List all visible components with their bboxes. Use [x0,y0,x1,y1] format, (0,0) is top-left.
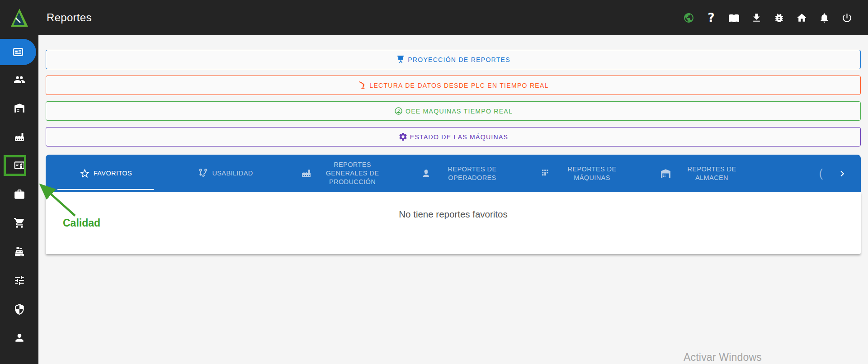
sidebar-item-production[interactable] [0,123,38,151]
person-icon [14,332,25,344]
warehouse-icon [660,168,671,179]
tab-label: REPORTES DE OPERADORES [435,165,509,182]
banner-lectura-plc[interactable]: LECTURA DE DATOS DESDE PLC EN TIEMPO REA… [46,76,861,95]
sidebar-item-settings[interactable] [0,266,38,295]
active-tab-indicator [57,189,154,190]
app-window: Reportes ? [0,0,868,364]
download-icon[interactable] [750,12,762,24]
users-group-icon [14,74,25,85]
annotation-highlight-box [4,155,26,176]
projector-screen-icon [396,55,406,64]
bug-report-icon[interactable] [773,12,785,24]
banner-label: PROYECCIÓN DE REPORTES [408,56,510,63]
language-globe-icon[interactable] [683,12,694,24]
banner-estado-maquinas[interactable]: ESTADO DE LAS MÁQUINAS [46,127,861,147]
sidebar-item-warehouse[interactable] [0,94,38,123]
documentation-book-icon[interactable] [728,12,740,24]
sidebar-item-profile[interactable] [0,324,38,353]
tab-reportes-maquinas[interactable]: REPORTES DE MÁQUINAS [525,155,645,192]
shopping-cart-icon [14,217,25,229]
tab-label: REPORTES DE ALMACEN [675,165,749,182]
factory-icon [301,168,312,179]
banner-label: LECTURA DE DATOS DESDE PLC EN TIEMPO REA… [369,82,548,89]
tab-label: REPORTES DE MÁQUINAS [555,165,629,182]
tab-reportes-operadores[interactable]: REPORTES DE OPERADORES [405,155,525,192]
cash-register-icon [14,246,25,258]
factory-icon [14,131,25,143]
tab-label: USABILIDAD [212,169,253,178]
operator-helmet-icon [420,168,432,179]
robot-arm-icon [358,80,367,90]
tune-sliders-icon [14,274,25,286]
empty-favorites-message: No tiene reportes favoritos [46,192,861,220]
usability-flow-icon [198,168,209,179]
sidebar-item-sales[interactable] [0,237,38,266]
tab-label: REPORTES GENERALES DE PRODUCCIÓN [315,161,390,186]
home-icon[interactable] [796,12,807,24]
banner-oee-maquinas[interactable]: OEE MAQUINAS TIEMPO REAL [46,101,861,121]
sidebar-item-reports-active[interactable] [0,39,36,65]
security-shield-icon [14,303,25,315]
tab-reportes-generales-produccion[interactable]: REPORTES GENERALES DE PRODUCCIÓN [285,155,405,192]
app-logo[interactable] [0,8,38,28]
logo-triangle-icon [10,8,29,28]
sidebar-nav [0,35,38,364]
banner-label: ESTADO DE LAS MÁQUINAS [410,133,508,141]
warehouse-icon [14,102,25,114]
machines-grid-icon [540,168,552,179]
main-content: PROYECCIÓN DE REPORTES LECTURA DE DATOS … [38,35,868,364]
sidebar-item-tools[interactable] [0,180,38,209]
tab-usabilidad[interactable]: USABILIDAD [165,155,285,192]
tabs-strip: FAVORITOS USABILIDAD [46,155,764,192]
scroll-left-glyph[interactable]: ( [819,168,823,179]
star-icon [79,168,90,179]
gear-icon [398,132,408,142]
sidebar-item-purchases[interactable] [0,209,38,238]
tab-reportes-almacen[interactable]: REPORTES DE ALMACEN [645,155,764,192]
notifications-bell-icon[interactable] [818,12,830,24]
sidebar-item-security[interactable] [0,295,38,324]
banner-proyeccion-reportes[interactable]: PROYECCIÓN DE REPORTES [46,50,861,69]
briefcase-icon [14,189,25,200]
sidebar-item-quality[interactable] [0,151,38,180]
topbar-actions: ? [683,12,868,24]
gauge-icon [394,106,403,116]
activate-windows-watermark: Activar Windows [684,351,762,364]
reports-tab-bar: FAVORITOS USABILIDAD [46,155,861,192]
favorites-panel: No tiene reportes favoritos [46,192,861,254]
page-title: Reportes [47,11,92,24]
help-icon[interactable]: ? [705,12,717,24]
tab-scroll-controls: ( [764,155,861,192]
tab-favoritos[interactable]: FAVORITOS [46,155,165,192]
banner-label: OEE MAQUINAS TIEMPO REAL [406,108,513,115]
top-app-bar: Reportes ? [0,0,868,35]
chevron-right-icon[interactable] [836,168,848,180]
newspaper-icon [12,46,24,58]
sidebar-item-users[interactable] [0,65,38,94]
power-logout-icon[interactable] [841,12,853,24]
tab-label: FAVORITOS [94,169,132,178]
